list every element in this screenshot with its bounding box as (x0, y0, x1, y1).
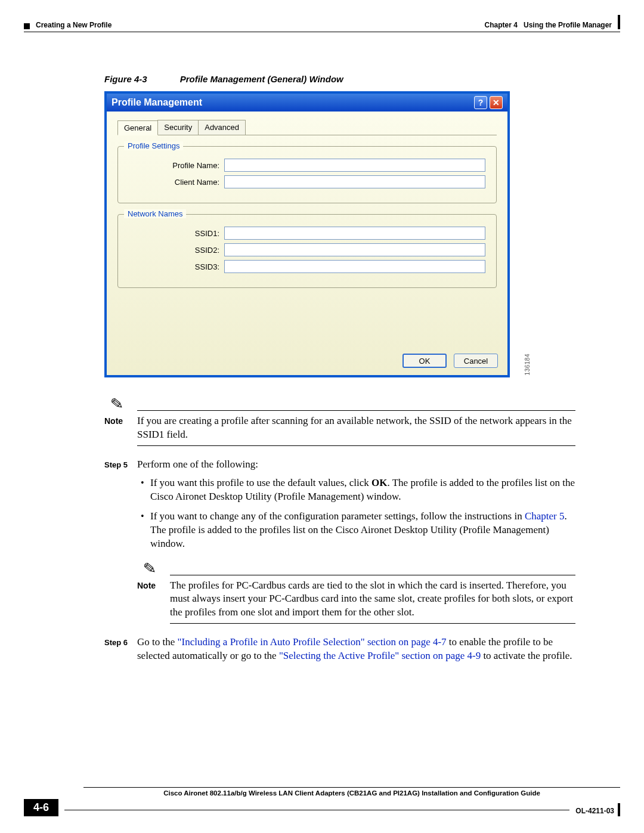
active-profile-link[interactable]: "Selecting the Active Profile" section o… (279, 650, 481, 661)
step5-intro: Perform one of the following: (137, 458, 575, 472)
profile-settings-legend: Profile Settings (124, 141, 183, 150)
ssid2-label: SSID2: (129, 246, 224, 255)
header-chapter-label: Chapter 4 (485, 21, 518, 29)
dialog-titlebar: Profile Management ? ✕ (107, 94, 507, 112)
cancel-button[interactable]: Cancel (454, 354, 498, 368)
step5-label: Step 5 (104, 458, 137, 557)
note-text-2: The profiles for PC-Cardbus cards are ti… (170, 579, 575, 620)
footer-tick (618, 803, 620, 816)
chapter5-link[interactable]: Chapter 5 (525, 510, 565, 522)
note-label: Note (104, 414, 137, 442)
header-marker (24, 23, 30, 29)
help-button[interactable]: ? (474, 96, 487, 109)
profile-name-input[interactable] (224, 159, 485, 172)
profile-name-label: Profile Name: (129, 161, 224, 170)
profile-settings-group: Profile Settings Profile Name: Client Na… (117, 146, 497, 203)
ssid3-label: SSID3: (129, 262, 224, 271)
dialog-title: Profile Management (112, 97, 202, 108)
network-names-legend: Network Names (124, 209, 186, 218)
network-names-group: Network Names SSID1: SSID2: SSID3: (117, 214, 497, 288)
close-button[interactable]: ✕ (490, 96, 503, 109)
profile-management-dialog: Profile Management ? ✕ General Security … (104, 91, 510, 377)
tab-general[interactable]: General (117, 120, 158, 135)
client-name-input[interactable] (224, 175, 485, 188)
step5-bullet-1: If you want this profile to use the defa… (137, 476, 575, 504)
tab-security[interactable]: Security (157, 120, 199, 135)
ssid2-input[interactable] (224, 243, 485, 256)
header-chapter-title: Using the Profile Manager (524, 21, 612, 29)
figure-label: Figure 4-3 (104, 74, 147, 84)
tab-advanced[interactable]: Advanced (198, 120, 246, 135)
pencil-icon: ✎ (110, 393, 125, 415)
step6-label: Step 6 (104, 636, 137, 663)
note-label: Note (137, 579, 170, 620)
client-name-label: Client Name: (129, 178, 224, 187)
figure-caption: Profile Management (General) Window (180, 74, 343, 84)
page-number: 4-6 (24, 799, 58, 816)
note-2: ✎ Note The profiles for PC-Cardbus cards… (137, 575, 575, 624)
step5-bullet-2: If you want to change any of the configu… (137, 510, 575, 551)
image-id: 136184 (524, 354, 531, 375)
ok-button[interactable]: OK (402, 354, 447, 368)
ssid3-input[interactable] (224, 260, 485, 273)
header-section: Creating a New Profile (36, 21, 112, 29)
ssid1-input[interactable] (224, 227, 485, 240)
footer-guide-title: Cisco Aironet 802.11a/b/g Wireless LAN C… (83, 789, 620, 797)
step6-body: Go to the "Including a Profile in Auto P… (137, 636, 575, 663)
header-rule (24, 32, 620, 32)
header-edge-rule (618, 15, 620, 29)
note-text-1: If you are creating a profile after scan… (137, 414, 575, 442)
ssid1-label: SSID1: (129, 229, 224, 238)
auto-profile-link[interactable]: "Including a Profile in Auto Profile Sel… (178, 636, 447, 648)
pencil-icon: ✎ (143, 558, 157, 580)
tabstrip: General Security Advanced (117, 120, 497, 135)
doc-id: OL-4211-03 (575, 807, 614, 816)
note-1: ✎ Note If you are creating a profile aft… (104, 410, 575, 446)
